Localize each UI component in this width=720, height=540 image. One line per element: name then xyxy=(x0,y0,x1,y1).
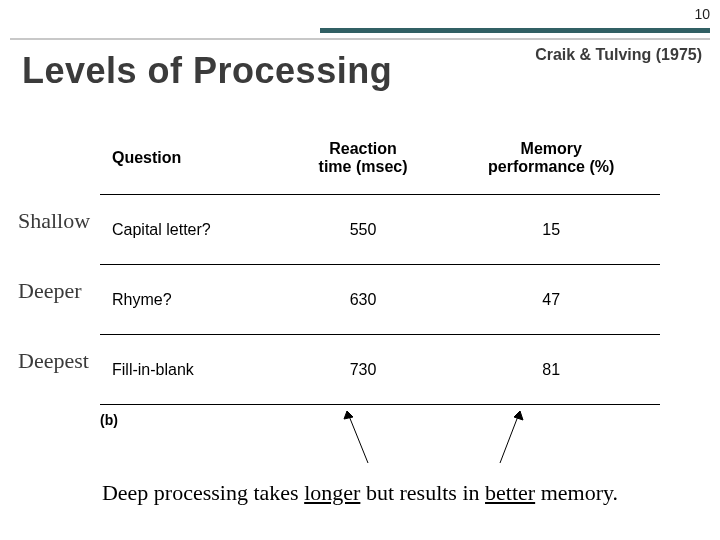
page-number: 10 xyxy=(694,6,710,22)
divider-rule xyxy=(10,38,710,40)
citation: Craik & Tulving (1975) xyxy=(535,46,702,64)
table-row: Capital letter? 550 15 xyxy=(100,195,660,265)
svg-marker-3 xyxy=(514,411,523,420)
figure-label: (b) xyxy=(100,412,118,428)
cell-rt: 630 xyxy=(284,265,443,335)
col-question: Question xyxy=(100,130,284,195)
conclusion-text: but results in xyxy=(360,480,485,505)
conclusion-emph-better: better xyxy=(485,480,535,505)
cell-question: Fill-in-blank xyxy=(100,335,284,405)
data-table: Question Reaction time (msec) Memory per… xyxy=(100,130,660,449)
cell-rt: 550 xyxy=(284,195,443,265)
conclusion: Deep processing takes longer but results… xyxy=(0,480,720,506)
slide: 10 Levels of Processing Craik & Tulving … xyxy=(0,0,720,540)
col-rt: Reaction time (msec) xyxy=(284,130,443,195)
cell-mem: 47 xyxy=(442,265,660,335)
cell-question: Capital letter? xyxy=(100,195,284,265)
cell-mem: 15 xyxy=(442,195,660,265)
conclusion-text: Deep processing takes xyxy=(102,480,304,505)
svg-marker-1 xyxy=(344,411,353,419)
depth-label-deeper: Deeper xyxy=(18,256,90,326)
accent-rule xyxy=(320,28,710,33)
conclusion-text: memory. xyxy=(535,480,618,505)
cell-question: Rhyme? xyxy=(100,265,284,335)
depth-label-deepest: Deepest xyxy=(18,326,90,396)
conclusion-emph-longer: longer xyxy=(304,480,360,505)
depth-labels: Shallow Deeper Deepest xyxy=(18,186,90,396)
svg-line-0 xyxy=(347,411,368,463)
arrow-icon xyxy=(340,405,380,465)
col-mem: Memory performance (%) xyxy=(442,130,660,195)
data-table-wrap: Question Reaction time (msec) Memory per… xyxy=(100,130,660,449)
cell-mem: 81 xyxy=(442,335,660,405)
depth-label-shallow: Shallow xyxy=(18,186,90,256)
table-header-row: Question Reaction time (msec) Memory per… xyxy=(100,130,660,195)
svg-line-2 xyxy=(500,411,520,463)
page-title: Levels of Processing xyxy=(22,50,392,92)
cell-rt: 730 xyxy=(284,335,443,405)
table-bottom-rule xyxy=(100,405,660,450)
arrow-icon xyxy=(490,405,530,465)
table-row: Rhyme? 630 47 xyxy=(100,265,660,335)
table-row: Fill-in-blank 730 81 xyxy=(100,335,660,405)
